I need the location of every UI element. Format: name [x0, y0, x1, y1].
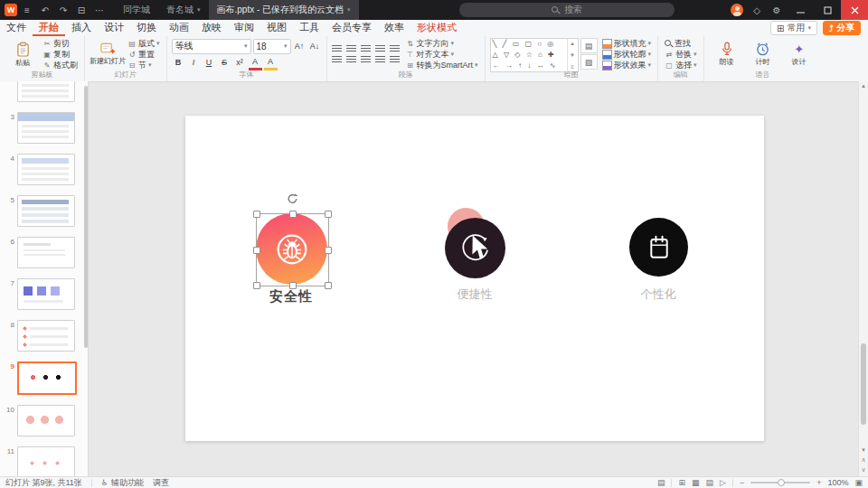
- scroll-up-icon[interactable]: ▲: [859, 83, 868, 89]
- zoom-slider-handle[interactable]: [778, 479, 785, 486]
- slide-editing-area[interactable]: 安全性 便捷性 个性化: [88, 81, 859, 476]
- design-button[interactable]: ✦ 设计: [781, 38, 817, 70]
- reset-button[interactable]: ↺重置: [126, 49, 162, 60]
- sorter-view-icon[interactable]: ▦: [692, 478, 700, 487]
- selection-handle[interactable]: [325, 247, 332, 254]
- font-family-select[interactable]: 等线▾: [172, 39, 251, 54]
- shrink-font-button[interactable]: A↓: [308, 40, 322, 52]
- menu-icon[interactable]: ≡: [19, 3, 35, 17]
- wps-logo[interactable]: W: [5, 4, 17, 16]
- italic-button[interactable]: I: [187, 56, 201, 69]
- numbering-icon[interactable]: [346, 45, 356, 52]
- slide-thumbnail[interactable]: 10: [4, 405, 88, 436]
- copy-button[interactable]: ▣复制: [41, 49, 80, 60]
- doc-tab-active[interactable]: 画布.pptx - 已保存到我的云文档▾: [209, 0, 359, 20]
- survey-button[interactable]: 调查: [153, 477, 169, 488]
- slide-thumbnail[interactable]: 5: [4, 195, 88, 227]
- slide-thumbnail[interactable]: 8: [4, 320, 88, 352]
- gallery-up-icon[interactable]: ▲: [570, 41, 575, 46]
- slide-thumbnail-image[interactable]: [17, 112, 75, 144]
- print-icon[interactable]: ⊟: [73, 3, 90, 17]
- find-button[interactable]: 查找: [663, 38, 699, 49]
- pin-quick-access-button[interactable]: ⊞ 常用 ▾: [770, 21, 817, 35]
- timer-button[interactable]: 计时: [745, 38, 781, 70]
- shape-gallery-row[interactable]: ╲ ╱ ▭ ▢ ○ ◎: [493, 40, 565, 49]
- tab-insert[interactable]: 插入: [65, 20, 98, 36]
- section-button[interactable]: ⊟节▾: [126, 60, 162, 70]
- slide-thumbnail-image[interactable]: [17, 195, 75, 227]
- slide-thumbnail-image[interactable]: [17, 278, 75, 310]
- tab-tools[interactable]: 工具: [293, 20, 326, 36]
- slide-thumbnail-image[interactable]: [17, 320, 75, 352]
- align-center-icon[interactable]: [346, 56, 356, 63]
- avatar[interactable]: [727, 0, 747, 20]
- select-button[interactable]: ▢选择▾: [663, 60, 699, 70]
- font-color-button[interactable]: A: [249, 55, 262, 70]
- convenience-circle-shape[interactable]: [445, 218, 505, 278]
- underline-button[interactable]: U: [203, 56, 216, 69]
- member-icon[interactable]: ◇: [747, 0, 767, 20]
- line-spacing-icon[interactable]: [390, 45, 400, 52]
- tab-design[interactable]: 设计: [98, 20, 130, 36]
- minimize-icon[interactable]: [787, 0, 814, 20]
- new-slide-button[interactable]: 新建幻灯片: [90, 38, 126, 70]
- slide-thumbnail-image[interactable]: [17, 237, 75, 268]
- bold-button[interactable]: B: [172, 56, 185, 69]
- slide-canvas[interactable]: 安全性 便捷性 个性化: [185, 116, 764, 441]
- undo-icon[interactable]: ↶: [37, 3, 53, 17]
- doc-tab[interactable]: 同学城: [115, 0, 158, 20]
- scroll-down-icon[interactable]: ▼: [859, 447, 868, 453]
- selection-handle[interactable]: [253, 247, 260, 254]
- doc-tab[interactable]: 青名城▾: [158, 0, 209, 20]
- prev-slide-icon[interactable]: ∧: [859, 456, 868, 464]
- cut-button[interactable]: ✂剪切: [41, 38, 80, 49]
- tab-animations[interactable]: 动画: [163, 20, 195, 36]
- zoom-level[interactable]: 100%: [827, 478, 848, 487]
- selection-handle[interactable]: [289, 211, 297, 218]
- text-direction-button[interactable]: ⇅文字方向▾: [404, 38, 480, 49]
- strikethrough-button[interactable]: S: [218, 56, 231, 69]
- shape-outline-button[interactable]: 形状轮廓▾: [600, 49, 654, 60]
- shape-fill-button[interactable]: 形状填充▾: [600, 38, 654, 49]
- gallery-more-icon[interactable]: ≡: [571, 64, 574, 70]
- tab-home[interactable]: 开始: [33, 20, 65, 36]
- slide-thumbnail[interactable]: 7: [4, 278, 88, 310]
- vertical-scrollbar[interactable]: ▲ ▼ ∧ ∨: [858, 81, 868, 476]
- security-label[interactable]: 安全性: [237, 288, 345, 305]
- zoom-in-icon[interactable]: +: [816, 478, 821, 487]
- arrange-button[interactable]: ▤: [580, 38, 598, 53]
- slideshow-view-icon[interactable]: ▷: [720, 478, 726, 487]
- read-aloud-button[interactable]: 朗读: [709, 38, 745, 70]
- justify-icon[interactable]: [375, 56, 385, 63]
- slide-thumbnail-image[interactable]: [17, 405, 75, 436]
- shape-effects-button[interactable]: 形状效果▾: [600, 60, 654, 70]
- superscript-button[interactable]: x²: [233, 56, 247, 69]
- bullets-icon[interactable]: [332, 45, 342, 52]
- slide-thumbnail-image[interactable]: [17, 154, 75, 185]
- notes-icon[interactable]: ▤: [657, 478, 665, 487]
- slide-thumbnail-selected[interactable]: 9: [4, 361, 88, 395]
- slide-thumbnail[interactable]: 2: [4, 81, 88, 102]
- maximize-icon[interactable]: [814, 0, 841, 20]
- indent-increase-icon[interactable]: [375, 45, 385, 52]
- highlight-button[interactable]: A: [264, 55, 278, 70]
- redo-icon[interactable]: ↷: [55, 3, 71, 17]
- tab-file[interactable]: 文件: [0, 20, 33, 36]
- shape-gallery[interactable]: ╲ ╱ ▭ ▢ ○ ◎ △ ▽ ◇ ☆ ⌂ ✚ ← → ↑ ↓ ↔ ∿ ▲ ▼ …: [490, 38, 579, 72]
- selection-handle[interactable]: [253, 211, 260, 218]
- tab-efficiency[interactable]: 效率: [378, 20, 410, 36]
- reading-view-icon[interactable]: ▤: [705, 478, 713, 487]
- slide-thumbnail[interactable]: 4: [4, 154, 88, 185]
- tab-shape-format[interactable]: 形状模式: [410, 20, 463, 36]
- share-button[interactable]: ⤴ 分享: [823, 21, 861, 35]
- indent-decrease-icon[interactable]: [361, 45, 371, 52]
- accessibility-button[interactable]: ♿ 辅助功能: [101, 477, 144, 488]
- format-painter-button[interactable]: ✎格式刷: [41, 60, 80, 70]
- paste-button[interactable]: 粘贴: [5, 38, 41, 70]
- smartart-button[interactable]: ⊞转换为SmartArt▾: [404, 60, 480, 70]
- tab-member[interactable]: 会员专享: [326, 20, 378, 36]
- zoom-slider[interactable]: [750, 482, 810, 483]
- shape-gallery-row[interactable]: ← → ↑ ↓ ↔ ∿: [493, 61, 565, 70]
- quick-style-button[interactable]: ▨: [580, 54, 598, 70]
- align-text-button[interactable]: ⊤对齐文本▾: [404, 49, 480, 60]
